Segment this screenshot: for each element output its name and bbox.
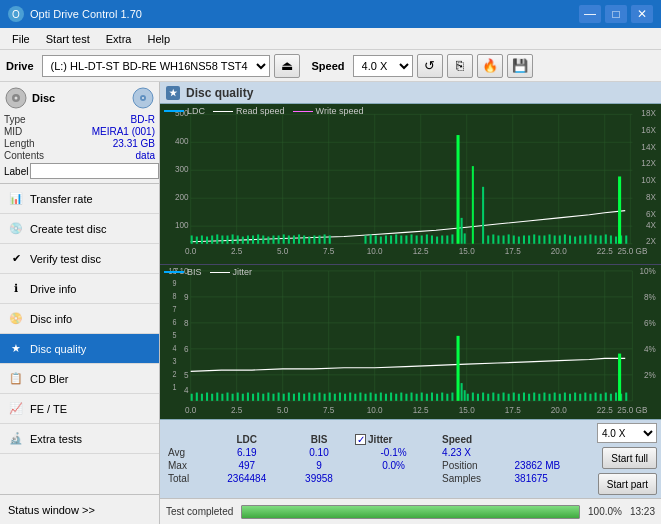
svg-rect-255 [569, 394, 571, 401]
save-button[interactable]: 💾 [507, 54, 533, 78]
app-icon: O [8, 6, 24, 22]
maximize-button[interactable]: □ [605, 5, 627, 23]
svg-text:22.5: 22.5 [597, 405, 613, 416]
svg-rect-88 [395, 234, 397, 243]
svg-rect-228 [436, 394, 438, 401]
minimize-button[interactable]: — [579, 5, 601, 23]
svg-rect-249 [538, 394, 540, 401]
svg-rect-102 [497, 235, 499, 243]
svg-rect-70 [298, 234, 300, 243]
svg-rect-74 [318, 235, 320, 243]
start-part-button[interactable]: Start part [598, 473, 657, 495]
svg-rect-235 [467, 394, 469, 401]
svg-text:20.0: 20.0 [551, 405, 567, 416]
svg-rect-73 [313, 235, 315, 243]
sidebar-item-verify-test-disc[interactable]: ✔ Verify test disc [0, 244, 159, 274]
copy-button[interactable]: ⎘ [447, 54, 473, 78]
svg-rect-83 [370, 234, 372, 243]
drive-select[interactable]: (L:) HL-DT-ST BD-RE WH16NS58 TST4 [42, 55, 270, 77]
sidebar-item-cd-bler-label: CD Bler [30, 373, 69, 385]
svg-rect-238 [482, 393, 484, 401]
svg-rect-116 [569, 235, 571, 243]
menu-help[interactable]: Help [139, 31, 178, 47]
sidebar-item-fe-te[interactable]: 📈 FE / TE [0, 394, 159, 424]
menu-start-test[interactable]: Start test [38, 31, 98, 47]
svg-rect-223 [411, 393, 413, 401]
svg-rect-192 [252, 394, 254, 401]
label-input[interactable] [30, 163, 159, 179]
close-button[interactable]: ✕ [631, 5, 653, 23]
svg-text:8X: 8X [646, 193, 657, 202]
sidebar-item-create-test-disc[interactable]: 💿 Create test disc [0, 214, 159, 244]
sidebar-item-disc-quality[interactable]: ★ Disc quality [0, 334, 159, 364]
svg-rect-245 [518, 394, 520, 401]
svg-rect-219 [390, 393, 392, 401]
sidebar-item-extra-tests[interactable]: 🔬 Extra tests [0, 424, 159, 454]
svg-rect-256 [574, 393, 576, 401]
right-controls: 4.0 X Start full Start part [597, 423, 657, 495]
svg-rect-97 [441, 235, 443, 243]
svg-rect-112 [549, 234, 551, 243]
svg-text:2X: 2X [646, 237, 657, 246]
sidebar-item-drive-info[interactable]: ℹ Drive info [0, 274, 159, 304]
svg-rect-204 [313, 394, 315, 401]
eject-button[interactable]: ⏏ [274, 54, 300, 78]
svg-rect-216 [375, 394, 377, 401]
status-window[interactable]: Status window >> [0, 494, 159, 524]
svg-rect-122 [600, 235, 602, 243]
svg-text:9: 9 [184, 292, 189, 303]
bis-legend-label: BIS [187, 267, 202, 277]
svg-rect-119 [584, 235, 586, 243]
sidebar-item-cd-bler[interactable]: 📋 CD Bler [0, 364, 159, 394]
max-bis-value: 9 [287, 459, 351, 472]
refresh-button[interactable]: ↺ [417, 54, 443, 78]
svg-rect-181 [196, 393, 198, 401]
svg-rect-231 [451, 393, 453, 401]
svg-rect-183 [206, 393, 208, 401]
read-speed-legend-item: Read speed [213, 106, 285, 116]
extra-tests-icon: 🔬 [8, 431, 24, 447]
svg-rect-180 [191, 394, 193, 401]
svg-text:5.0: 5.0 [277, 405, 288, 416]
menu-extra[interactable]: Extra [98, 31, 140, 47]
svg-rect-71 [303, 235, 305, 243]
speed-select[interactable]: 4.0 X [353, 55, 413, 77]
svg-rect-64 [267, 237, 269, 244]
svg-point-5 [142, 97, 144, 99]
disc-header-left: Disc [4, 86, 55, 110]
burn-button[interactable]: 🔥 [477, 54, 503, 78]
sidebar-item-transfer-rate[interactable]: 📊 Transfer rate [0, 184, 159, 214]
svg-text:100: 100 [175, 221, 189, 230]
svg-rect-258 [584, 393, 586, 401]
samples-value: 381675 [511, 472, 589, 485]
svg-rect-261 [600, 394, 602, 401]
svg-text:200: 200 [175, 193, 189, 202]
svg-rect-240 [492, 393, 494, 401]
svg-text:6: 6 [184, 344, 189, 355]
jitter-legend-item: Jitter [210, 267, 253, 277]
menu-file[interactable]: File [4, 31, 38, 47]
svg-rect-194 [262, 394, 264, 401]
ldc-col-header: LDC [207, 433, 287, 446]
svg-text:14X: 14X [641, 143, 656, 152]
transfer-rate-icon: 📊 [8, 191, 24, 207]
jitter-checkbox[interactable]: ✓ [355, 434, 366, 445]
svg-rect-81 [482, 187, 484, 244]
svg-rect-250 [543, 393, 545, 401]
contents-label: Contents [4, 150, 44, 161]
svg-rect-196 [272, 394, 274, 401]
svg-rect-98 [446, 235, 448, 243]
label-field-label: Label [4, 166, 28, 177]
bis-col-header: BIS [287, 433, 351, 446]
svg-rect-218 [385, 394, 387, 401]
svg-rect-195 [267, 393, 269, 401]
svg-text:7.5: 7.5 [323, 247, 335, 256]
svg-text:6X: 6X [646, 210, 657, 219]
ldc-chart-svg: 500 400 300 200 100 0.0 2.5 5.0 7.5 10.0… [160, 104, 661, 264]
start-full-button[interactable]: Start full [602, 447, 657, 469]
speed-select2[interactable]: 4.0 X [597, 423, 657, 443]
stats-table: LDC BIS ✓ Jitter Speed Avg 6.19 0.10 [164, 433, 589, 485]
svg-text:7.5: 7.5 [323, 405, 334, 416]
sidebar-item-disc-info[interactable]: 📀 Disc info [0, 304, 159, 334]
svg-text:7: 7 [172, 305, 176, 315]
